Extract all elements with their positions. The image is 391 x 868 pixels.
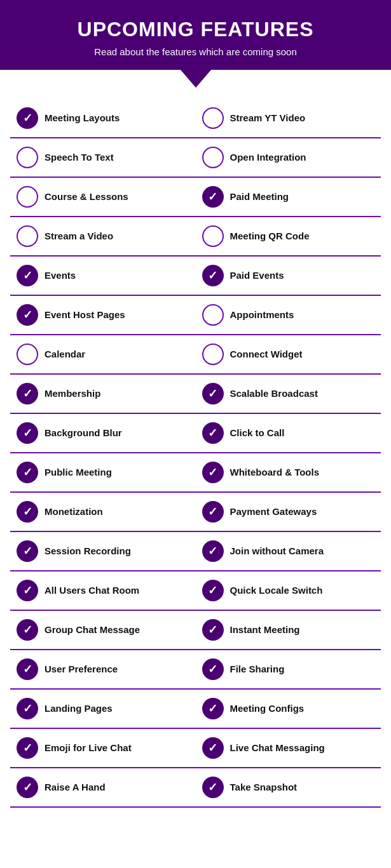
check-circle-filled: ✓	[202, 186, 224, 208]
content: ✓Meeting LayoutsStream YT VideoSpeech To…	[0, 88, 391, 818]
feature-item: ✓Background Blur	[10, 414, 196, 453]
check-circle-empty	[17, 186, 38, 208]
feature-label: Raise A Hand	[45, 782, 106, 793]
feature-item: ✓File Sharing	[196, 650, 381, 690]
feature-item: ✓Public Meeting	[10, 453, 196, 493]
feature-label: Event Host Pages	[45, 309, 125, 321]
check-circle-empty	[202, 304, 224, 326]
feature-label: Course & Lessons	[45, 191, 128, 203]
feature-label: Meeting QR Code	[230, 230, 310, 242]
feature-label: Join without Camera	[230, 545, 324, 557]
feature-label: Monetization	[45, 506, 103, 517]
feature-label: Scalable Broadcast	[230, 388, 318, 399]
feature-item: Calendar	[10, 335, 196, 375]
feature-item: ✓All Users Chat Room	[10, 571, 196, 611]
feature-item: ✓Live Chat Messaging	[196, 729, 381, 768]
check-circle-filled: ✓	[17, 107, 38, 129]
checkmark-icon: ✓	[208, 624, 217, 636]
checkmark-icon: ✓	[208, 664, 217, 675]
feature-item: Open Integration	[196, 138, 381, 178]
feature-label: Meeting Configs	[230, 703, 305, 714]
header-title: UPCOMING FEATURES	[13, 18, 378, 41]
checkmark-icon: ✓	[208, 585, 217, 596]
feature-label: Appointments	[230, 309, 294, 321]
feature-item: ✓Quick Locale Switch	[196, 571, 381, 611]
checkmark-icon: ✓	[208, 742, 217, 754]
feature-item: Stream YT Video	[196, 99, 381, 138]
checkmark-icon: ✓	[23, 742, 32, 754]
feature-item: ✓Meeting Layouts	[10, 99, 196, 138]
feature-label: Events	[45, 270, 76, 281]
feature-item: ✓Join without Camera	[196, 532, 381, 571]
checkmark-icon: ✓	[23, 664, 32, 675]
check-circle-empty	[202, 225, 224, 247]
checkmark-icon: ✓	[23, 585, 32, 596]
check-circle-filled: ✓	[17, 698, 38, 719]
header-arrow	[181, 70, 211, 88]
check-circle-filled: ✓	[17, 501, 38, 523]
check-circle-filled: ✓	[202, 698, 224, 719]
feature-label: Instant Meeting	[230, 624, 300, 636]
check-circle-filled: ✓	[17, 540, 38, 562]
feature-item: ✓Payment Gateways	[196, 493, 381, 532]
check-circle-filled: ✓	[202, 777, 224, 798]
feature-label: Landing Pages	[45, 703, 113, 714]
checkmark-icon: ✓	[23, 112, 32, 124]
feature-item: ✓Membership	[10, 375, 196, 414]
feature-label: Open Integration	[230, 152, 306, 163]
check-circle-filled: ✓	[17, 462, 38, 483]
check-circle-filled: ✓	[17, 580, 38, 601]
check-circle-filled: ✓	[202, 422, 224, 444]
check-circle-filled: ✓	[17, 658, 38, 680]
feature-label: Background Blur	[45, 427, 122, 439]
feature-item: ✓Paid Meeting	[196, 178, 381, 217]
feature-item: ✓Event Host Pages	[10, 296, 196, 335]
check-circle-filled: ✓	[202, 658, 224, 680]
feature-label: Stream YT Video	[230, 112, 306, 124]
check-circle-filled: ✓	[17, 777, 38, 798]
checkmark-icon: ✓	[23, 467, 32, 478]
check-circle-filled: ✓	[17, 737, 38, 759]
check-circle-filled: ✓	[202, 619, 224, 641]
check-circle-filled: ✓	[202, 501, 224, 523]
checkmark-icon: ✓	[23, 782, 32, 793]
checkmark-icon: ✓	[208, 545, 217, 557]
feature-label: Session Recording	[45, 545, 131, 557]
feature-item: Stream a Video	[10, 217, 196, 257]
feature-item: Connect Widget	[196, 335, 381, 375]
feature-item: ✓Group Chat Message	[10, 611, 196, 650]
feature-label: Membership	[45, 388, 100, 399]
feature-label: File Sharing	[230, 664, 285, 675]
checkmark-icon: ✓	[208, 703, 217, 714]
checkmark-icon: ✓	[208, 191, 217, 203]
checkmark-icon: ✓	[23, 703, 32, 714]
feature-label: Meeting Layouts	[45, 112, 120, 124]
feature-item: ✓Take Snapshot	[196, 768, 381, 808]
feature-item: ✓Click to Call	[196, 414, 381, 453]
check-circle-filled: ✓	[202, 265, 224, 286]
feature-item: ✓Instant Meeting	[196, 611, 381, 650]
feature-label: All Users Chat Room	[45, 585, 139, 596]
header: UPCOMING FEATURES Read about the feature…	[0, 0, 391, 70]
feature-item: ✓Meeting Configs	[196, 690, 381, 729]
feature-item: Meeting QR Code	[196, 217, 381, 257]
check-circle-filled: ✓	[17, 383, 38, 404]
check-circle-filled: ✓	[202, 540, 224, 562]
check-circle-empty	[17, 344, 38, 365]
check-circle-filled: ✓	[202, 383, 224, 404]
feature-label: Payment Gateways	[230, 506, 317, 517]
feature-item: Course & Lessons	[10, 178, 196, 217]
feature-item: ✓Session Recording	[10, 532, 196, 571]
feature-label: User Preference	[45, 664, 118, 675]
feature-item: Appointments	[196, 296, 381, 335]
check-circle-filled: ✓	[202, 737, 224, 759]
header-subtitle: Read about the features which are coming…	[13, 46, 378, 57]
feature-item: ✓Scalable Broadcast	[196, 375, 381, 414]
feature-label: Emoji for Live Chat	[45, 742, 132, 754]
check-circle-empty	[202, 147, 224, 168]
checkmark-icon: ✓	[23, 506, 32, 517]
check-circle-filled: ✓	[17, 422, 38, 444]
checkmark-icon: ✓	[208, 782, 217, 793]
feature-label: Quick Locale Switch	[230, 585, 323, 596]
features-grid: ✓Meeting LayoutsStream YT VideoSpeech To…	[10, 99, 381, 808]
